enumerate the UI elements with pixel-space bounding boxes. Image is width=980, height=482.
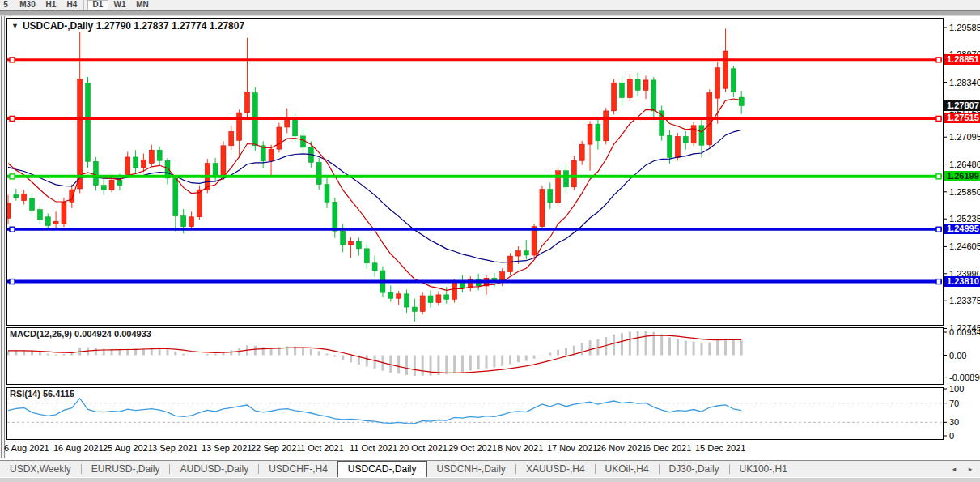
candle-body <box>316 162 321 184</box>
price-axis-label: 1.25850 <box>949 187 980 197</box>
candle-body <box>213 164 218 177</box>
price-axis-label: 1.28340 <box>949 78 980 87</box>
tab-xauusd-h4[interactable]: XAUUSD-,H4 <box>516 461 595 477</box>
candle-body <box>571 160 576 187</box>
candle-body <box>149 150 154 163</box>
candle-body <box>101 186 106 190</box>
candle-body <box>134 157 138 168</box>
line-handle[interactable] <box>10 227 15 232</box>
macd-indicator-label: MACD(12,26,9) 0.004924 0.004933 <box>10 329 151 339</box>
rsi-axis-label: 100 <box>949 384 964 394</box>
candle-body <box>30 198 35 211</box>
tab-usdchf-h4[interactable]: USDCHF-,H4 <box>259 461 337 477</box>
chart-canvas[interactable] <box>0 0 980 460</box>
price-axis-label: 1.29585 <box>949 23 980 32</box>
date-axis-label: 3 Sep 2021 <box>152 443 197 453</box>
price-level-tag: 1.28851 <box>944 54 980 65</box>
tab-usdx-weekly[interactable]: USDX,Weekly <box>0 461 81 477</box>
candle-body <box>397 294 401 298</box>
rsi-indicator-label: RSI(14) 56.4115 <box>10 389 74 399</box>
candle-body <box>604 111 609 141</box>
candle-body <box>6 203 11 218</box>
candle-body <box>588 124 592 144</box>
tab-audusd-daily[interactable]: AUDUSD-,Daily <box>170 461 258 477</box>
candle-body <box>293 118 298 136</box>
price-level-tag: 1.26199 <box>944 171 980 181</box>
price-axis-label: 1.23375 <box>949 296 980 305</box>
price-axis-label: 1.27095 <box>949 132 980 142</box>
date-axis-label: 15 Dec 2021 <box>695 443 745 453</box>
tab-scroll-right-icon[interactable]: ▸ <box>965 464 976 475</box>
tab-usdcad-daily[interactable]: USDCAD-,Daily <box>337 461 427 478</box>
price-level-tag: 1.23810 <box>944 276 980 287</box>
line-handle[interactable] <box>936 227 941 232</box>
candle-body <box>341 231 346 245</box>
tab-ukoil-h4[interactable]: UKOil-,H4 <box>596 461 659 477</box>
candle-body <box>524 251 528 255</box>
candle-body <box>444 295 449 299</box>
candle-body <box>699 126 704 145</box>
tab-dj30-daily[interactable]: DJ30-,Daily <box>660 461 729 477</box>
candle-body <box>579 144 584 160</box>
candle-body <box>14 195 19 198</box>
tab-uk100-h1[interactable]: UK100-,H1 <box>730 461 797 477</box>
candle-body <box>197 190 202 217</box>
candle-body <box>22 194 27 201</box>
candle-body <box>229 131 234 145</box>
price-level-tag: 1.27515 <box>944 113 980 123</box>
candle-body <box>436 295 441 303</box>
candle-body <box>635 79 640 91</box>
dropdown-icon[interactable]: ▼ <box>11 22 19 30</box>
tab-usdcnh-daily[interactable]: USDCNH-,Daily <box>427 461 515 477</box>
price-axis-label: 1.24605 <box>949 241 980 251</box>
line-handle[interactable] <box>10 116 15 121</box>
tab-scroll-left-icon[interactable]: ◂ <box>948 464 960 475</box>
candle-body <box>540 190 545 227</box>
date-axis-label: 20 Oct 2021 <box>399 443 448 453</box>
date-axis-label: 11 Oct 2021 <box>350 443 397 453</box>
candle-body <box>596 124 600 141</box>
candle-body <box>237 113 242 140</box>
date-axis-label: 29 Oct 2021 <box>448 443 497 453</box>
candle-body <box>412 307 417 311</box>
candle-body <box>420 296 425 312</box>
candle-body <box>643 80 648 90</box>
chart-symbol-timeframe: USDCAD-,Daily <box>23 20 93 32</box>
candle-body <box>683 136 688 143</box>
candle-body <box>715 68 720 98</box>
line-handle[interactable] <box>10 58 15 62</box>
candle-body <box>675 136 680 157</box>
tab-eurusd-daily[interactable]: EURUSD-,Daily <box>82 461 170 477</box>
candle-body <box>78 79 83 189</box>
rsi-axis-label: 30 <box>949 417 959 427</box>
date-axis-label: 13 Sep 2021 <box>202 443 252 453</box>
line-handle[interactable] <box>10 279 15 284</box>
candle-body <box>515 251 520 257</box>
line-handle[interactable] <box>936 58 941 62</box>
line-handle[interactable] <box>10 174 15 179</box>
candle-body <box>141 160 146 168</box>
macd-axis-label: -0.008902 <box>949 373 980 382</box>
current-price-tag: 1.27807 <box>944 100 980 111</box>
date-axis-label: 22 Sep 2021 <box>251 443 301 453</box>
line-handle[interactable] <box>936 174 941 179</box>
window-bottom-edge <box>0 477 980 482</box>
line-handle[interactable] <box>936 279 941 284</box>
candle-body <box>532 227 537 255</box>
date-axis-label: 17 Nov 2021 <box>547 443 597 453</box>
candle-body <box>460 283 465 288</box>
candle-body <box>181 216 186 227</box>
rsi-axis-label: 0 <box>949 431 954 441</box>
candle-body <box>269 149 274 161</box>
date-axis-label: 6 Aug 2021 <box>4 443 49 453</box>
candle-body <box>739 97 744 105</box>
date-axis-label: 25 Aug 2021 <box>103 443 153 453</box>
line-handle[interactable] <box>936 116 941 121</box>
candle-body <box>508 256 513 272</box>
candle-body <box>53 221 58 224</box>
candle-body <box>157 150 162 160</box>
candle-body <box>388 292 393 298</box>
candle-body <box>356 241 361 249</box>
rsi-panel-frame <box>7 388 944 440</box>
candle-body <box>109 180 114 190</box>
